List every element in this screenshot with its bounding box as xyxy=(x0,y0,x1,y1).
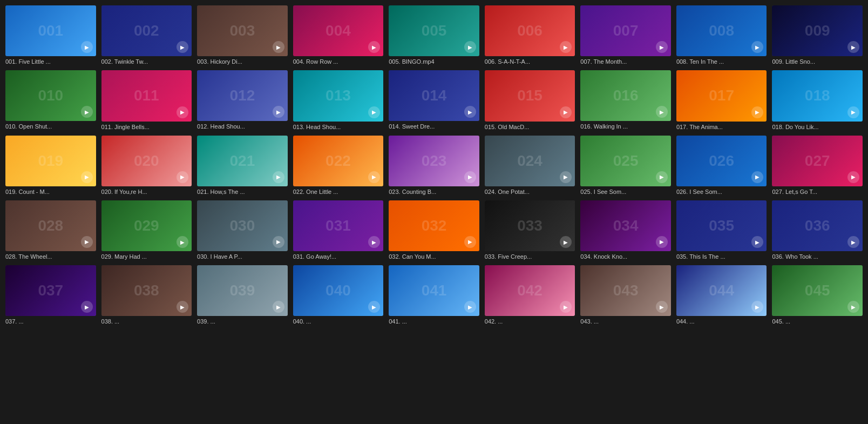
video-item-010[interactable]: 010▶010. Open Shut... xyxy=(5,70,96,130)
thumbnail-038[interactable]: 038▶ xyxy=(101,265,192,316)
video-item-041[interactable]: 041▶041. ... xyxy=(389,265,479,325)
thumbnail-023[interactable]: 023▶ xyxy=(389,136,479,186)
thumbnail-044[interactable]: 044▶ xyxy=(676,265,767,316)
video-item-038[interactable]: 038▶038. ... xyxy=(101,265,192,325)
video-item-029[interactable]: 029▶029. Mary Had ... xyxy=(101,200,192,260)
thumbnail-028[interactable]: 028▶ xyxy=(5,200,96,251)
play-button[interactable]: ▶ xyxy=(847,171,859,183)
play-button[interactable]: ▶ xyxy=(368,171,380,183)
video-item-032[interactable]: 032▶032. Can You M... xyxy=(389,200,479,260)
video-item-003[interactable]: 003▶003. Hickory Di... xyxy=(197,5,288,65)
thumbnail-043[interactable]: 043▶ xyxy=(580,265,671,316)
thumbnail-037[interactable]: 037▶ xyxy=(5,265,96,316)
thumbnail-026[interactable]: 026▶ xyxy=(676,136,767,186)
video-item-023[interactable]: 023▶023. Counting B... xyxy=(389,136,479,195)
play-button[interactable]: ▶ xyxy=(81,106,93,118)
thumbnail-014[interactable]: 014▶ xyxy=(389,70,479,121)
play-button[interactable]: ▶ xyxy=(81,236,93,248)
thumbnail-002[interactable]: 002▶ xyxy=(101,5,192,56)
video-item-007[interactable]: 007▶007. The Month... xyxy=(580,5,671,65)
thumbnail-045[interactable]: 045▶ xyxy=(772,265,863,316)
video-item-001[interactable]: 001▶001. Five Little ... xyxy=(5,5,96,65)
video-item-015[interactable]: 015▶015. Old MacD... xyxy=(485,70,575,130)
thumbnail-019[interactable]: 019▶ xyxy=(5,136,96,186)
play-button[interactable]: ▶ xyxy=(847,106,859,118)
thumbnail-018[interactable]: 018▶ xyxy=(772,70,863,121)
play-button[interactable]: ▶ xyxy=(368,106,380,118)
thumbnail-003[interactable]: 003▶ xyxy=(197,5,288,56)
video-item-018[interactable]: 018▶018. Do You Lik... xyxy=(772,70,863,130)
play-button[interactable]: ▶ xyxy=(464,41,476,53)
video-item-012[interactable]: 012▶012. Head Shou... xyxy=(197,70,288,130)
thumbnail-040[interactable]: 040▶ xyxy=(293,265,384,316)
video-item-044[interactable]: 044▶044. ... xyxy=(676,265,767,325)
video-item-025[interactable]: 025▶025. I See Som... xyxy=(580,136,671,195)
thumbnail-041[interactable]: 041▶ xyxy=(389,265,479,316)
thumbnail-012[interactable]: 012▶ xyxy=(197,70,288,121)
video-item-019[interactable]: 019▶019. Count - M... xyxy=(5,136,96,195)
video-item-039[interactable]: 039▶039. ... xyxy=(197,265,288,325)
thumbnail-020[interactable]: 020▶ xyxy=(101,136,192,186)
play-button[interactable]: ▶ xyxy=(273,106,284,118)
thumbnail-032[interactable]: 032▶ xyxy=(389,200,479,251)
video-item-028[interactable]: 028▶028. The Wheel... xyxy=(5,200,96,260)
play-button[interactable]: ▶ xyxy=(560,171,572,183)
video-item-037[interactable]: 037▶037. ... xyxy=(5,265,96,325)
play-button[interactable]: ▶ xyxy=(656,41,668,53)
play-button[interactable]: ▶ xyxy=(464,236,476,248)
play-button[interactable]: ▶ xyxy=(177,171,188,183)
thumbnail-035[interactable]: 035▶ xyxy=(676,200,767,251)
video-item-004[interactable]: 004▶004. Row Row ... xyxy=(293,5,384,65)
play-button[interactable]: ▶ xyxy=(656,236,668,248)
thumbnail-029[interactable]: 029▶ xyxy=(101,200,192,251)
thumbnail-009[interactable]: 009▶ xyxy=(772,5,863,56)
play-button[interactable]: ▶ xyxy=(751,106,763,118)
thumbnail-024[interactable]: 024▶ xyxy=(485,136,575,186)
thumbnail-022[interactable]: 022▶ xyxy=(293,136,384,186)
video-item-005[interactable]: 005▶005. BINGO.mp4 xyxy=(389,5,479,65)
play-button[interactable]: ▶ xyxy=(273,171,284,183)
thumbnail-005[interactable]: 005▶ xyxy=(389,5,479,56)
thumbnail-015[interactable]: 015▶ xyxy=(485,70,575,121)
play-button[interactable]: ▶ xyxy=(656,301,668,313)
thumbnail-017[interactable]: 017▶ xyxy=(676,70,767,121)
video-item-042[interactable]: 042▶042. ... xyxy=(485,265,575,325)
play-button[interactable]: ▶ xyxy=(273,301,284,313)
video-item-026[interactable]: 026▶026. I See Som... xyxy=(676,136,767,195)
video-item-040[interactable]: 040▶040. ... xyxy=(293,265,384,325)
thumbnail-008[interactable]: 008▶ xyxy=(676,5,767,56)
play-button[interactable]: ▶ xyxy=(847,236,859,248)
thumbnail-013[interactable]: 013▶ xyxy=(293,70,384,121)
video-item-043[interactable]: 043▶043. ... xyxy=(580,265,671,325)
thumbnail-011[interactable]: 011▶ xyxy=(101,70,192,121)
video-item-031[interactable]: 031▶031. Go Away!... xyxy=(293,200,384,260)
play-button[interactable]: ▶ xyxy=(81,41,93,53)
thumbnail-021[interactable]: 021▶ xyxy=(197,136,288,186)
play-button[interactable]: ▶ xyxy=(464,301,476,313)
thumbnail-016[interactable]: 016▶ xyxy=(580,70,671,121)
video-item-045[interactable]: 045▶045. ... xyxy=(772,265,863,325)
video-item-034[interactable]: 034▶034. Knock Kno... xyxy=(580,200,671,260)
video-item-033[interactable]: 033▶033. Five Creep... xyxy=(485,200,575,260)
play-button[interactable]: ▶ xyxy=(560,106,572,118)
play-button[interactable]: ▶ xyxy=(273,236,284,248)
thumbnail-036[interactable]: 036▶ xyxy=(772,200,863,251)
video-item-014[interactable]: 014▶014. Sweet Dre... xyxy=(389,70,479,130)
thumbnail-010[interactable]: 010▶ xyxy=(5,70,96,121)
thumbnail-027[interactable]: 027▶ xyxy=(772,136,863,186)
video-item-002[interactable]: 002▶002. Twinkle Tw... xyxy=(101,5,192,65)
thumbnail-001[interactable]: 001▶ xyxy=(5,5,96,56)
thumbnail-004[interactable]: 004▶ xyxy=(293,5,384,56)
video-item-011[interactable]: 011▶011. Jingle Bells... xyxy=(101,70,192,130)
play-button[interactable]: ▶ xyxy=(177,106,188,118)
play-button[interactable]: ▶ xyxy=(464,171,476,183)
thumbnail-031[interactable]: 031▶ xyxy=(293,200,384,251)
video-item-022[interactable]: 022▶022. One Little ... xyxy=(293,136,384,195)
play-button[interactable]: ▶ xyxy=(81,301,93,313)
thumbnail-025[interactable]: 025▶ xyxy=(580,136,671,186)
play-button[interactable]: ▶ xyxy=(177,236,188,248)
video-item-030[interactable]: 030▶030. I Have A P... xyxy=(197,200,288,260)
play-button[interactable]: ▶ xyxy=(273,41,284,53)
thumbnail-034[interactable]: 034▶ xyxy=(580,200,671,251)
video-item-021[interactable]: 021▶021. How,s The ... xyxy=(197,136,288,195)
